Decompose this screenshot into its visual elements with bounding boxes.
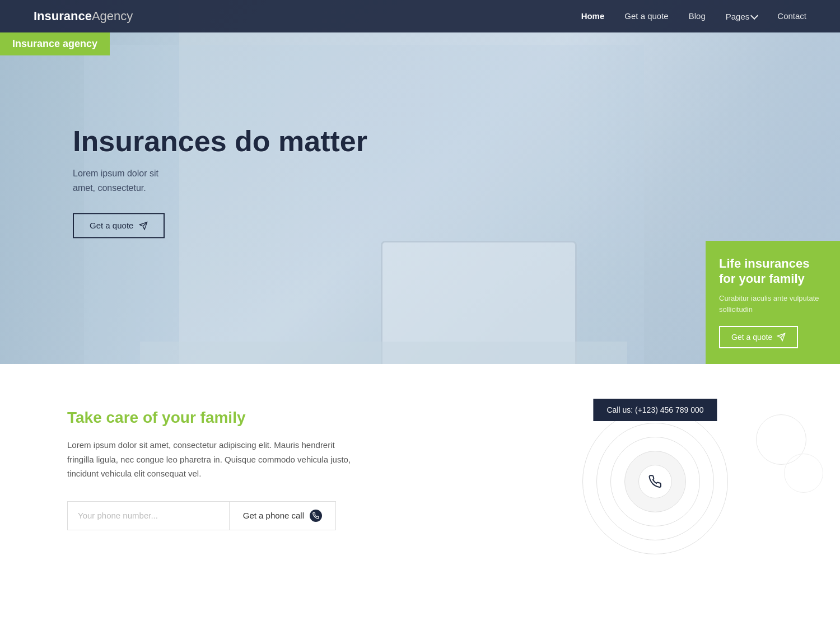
phone-call-label: Get a phone call: [243, 511, 304, 520]
nav-link-home[interactable]: Home: [581, 11, 605, 21]
care-content-right: Call us: (+123) 456 789 000: [538, 409, 773, 554]
nav-item-pages[interactable]: Pages: [726, 12, 758, 21]
phone-icon: [312, 512, 319, 519]
phone-input-row: Get a phone call: [67, 501, 336, 530]
nav-item-home[interactable]: Home: [581, 11, 605, 21]
nav-link-pages[interactable]: Pages: [726, 12, 758, 21]
hero-content: Insurances do matter Lorem ipsum dolor s…: [73, 125, 367, 238]
nav-link-quote[interactable]: Get a quote: [624, 11, 668, 21]
side-card-send-icon: [777, 333, 786, 342]
hero-title: Insurances do matter: [73, 125, 367, 157]
nav-link-contact[interactable]: Contact: [777, 11, 806, 21]
agency-badge: Insurance agency: [0, 32, 110, 55]
care-title: Take care of your family: [67, 409, 504, 427]
call-us-area: Call us: (+123) 456 789 000: [538, 409, 773, 554]
hero-section: Insurance agency Insurances do matter Lo…: [0, 0, 840, 364]
call-us-label: Call us: (+123) 456 789 000: [606, 405, 703, 414]
nav-link-blog[interactable]: Blog: [689, 11, 706, 21]
brand-bold: Insurance: [34, 9, 92, 24]
side-card-cta-label: Get a quote: [731, 333, 772, 342]
nav-menu: Home Get a quote Blog Pages Contact: [581, 11, 806, 21]
hero-subtitle: Lorem ipsum dolor sit amet, consectetur.: [73, 167, 367, 195]
get-phone-call-button[interactable]: Get a phone call: [229, 501, 336, 530]
phone-center-icon: [638, 465, 672, 498]
care-content-left: Take care of your family Lorem ipsum dol…: [67, 409, 504, 530]
hero-cta-label: Get a quote: [90, 221, 133, 231]
nav-item-quote[interactable]: Get a quote: [624, 11, 668, 21]
side-card-text: Curabitur iaculis ante vulputate sollici…: [719, 293, 827, 315]
care-text: Lorem ipsum dolor sit amet, consectetur …: [67, 438, 358, 481]
call-circles: Call us: (+123) 456 789 000: [582, 409, 728, 554]
phone-icon-circle: [310, 510, 322, 522]
hero-side-card: Life insurances for your family Curabitu…: [706, 241, 840, 364]
side-card-cta-button[interactable]: Get a quote: [719, 326, 798, 348]
call-us-button[interactable]: Call us: (+123) 456 789 000: [593, 399, 717, 421]
center-phone-icon: [648, 475, 662, 488]
section-care: Take care of your family Lorem ipsum dol…: [0, 364, 840, 599]
side-card-title: Life insurances for your family: [719, 256, 827, 286]
agency-badge-text: Insurance agency: [12, 38, 97, 49]
phone-number-input[interactable]: [67, 501, 229, 530]
nav-item-blog[interactable]: Blog: [689, 11, 706, 21]
navbar: Insurance Agency Home Get a quote Blog P…: [0, 0, 840, 32]
chevron-down-icon: [750, 11, 758, 19]
hero-cta-button[interactable]: Get a quote: [73, 213, 165, 239]
send-icon: [139, 221, 148, 230]
nav-item-contact[interactable]: Contact: [777, 11, 806, 21]
brand-light: Agency: [92, 9, 133, 24]
extra-circle-2: [784, 454, 823, 493]
brand-logo[interactable]: Insurance Agency: [34, 9, 133, 24]
